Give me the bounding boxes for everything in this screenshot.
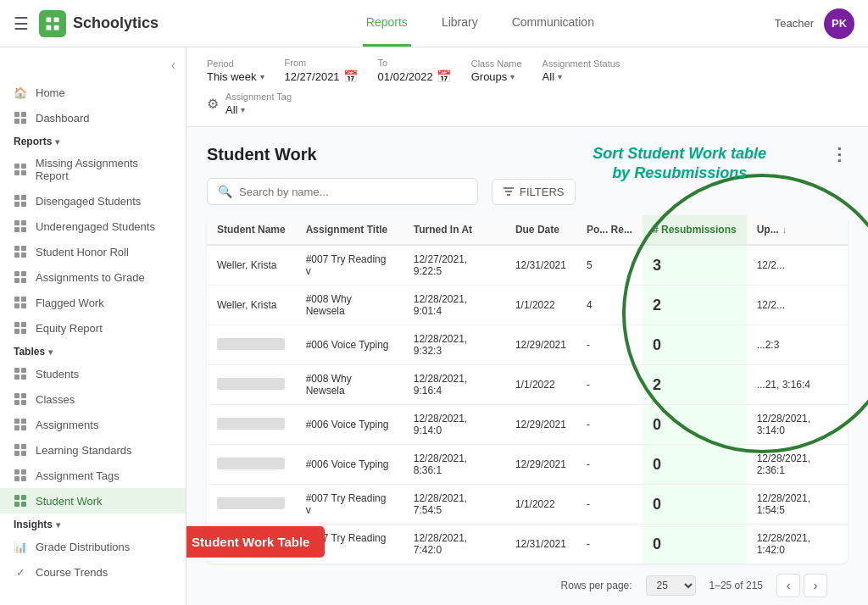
cell-turned-in: 12/28/2021, 7:54:5: [403, 485, 505, 525]
logo: Schoolytics: [39, 10, 159, 37]
sidebar: ‹ 🏠 Home Dashboard Reports ▾ Missing Ass…: [0, 47, 186, 605]
table-row: #007 Try Reading v 12/28/2021, 7:54:5 1/…: [207, 485, 848, 525]
filter-row-1: Period This week ▾ From 12/27/2021 📅 To: [207, 58, 848, 83]
filter-row-2: ⚙ Assignment Tag All ▾: [207, 92, 848, 116]
sidebar-item-student-work[interactable]: Student Work: [0, 488, 186, 513]
hamburger-menu[interactable]: ☰: [14, 14, 29, 34]
table-row: #006 Voice Typing 12/28/2021, 9:14:0 12/…: [207, 405, 848, 445]
grid-icon: [14, 219, 27, 233]
sidebar-item-missing-assignments[interactable]: Missing Assignments Report: [0, 151, 186, 188]
cell-title: #007 Try Reading v: [296, 485, 403, 525]
period-select[interactable]: This week ▾: [207, 70, 264, 83]
chevron-down-icon: ▾: [558, 72, 562, 81]
more-options-icon[interactable]: ⋮: [831, 144, 848, 164]
filter-period: Period This week ▾: [207, 58, 264, 83]
chevron-down-icon: ▾: [510, 72, 515, 81]
tag-select[interactable]: All ▾: [225, 103, 292, 116]
section-label: Reports: [14, 136, 52, 147]
rows-per-page-select[interactable]: 25 50 100: [646, 575, 696, 596]
cell-up: 12/2...: [747, 245, 848, 286]
cell-due: 12/29/2021: [505, 405, 576, 445]
grid-icon: [14, 296, 27, 309]
col-student-name[interactable]: Student Name: [207, 215, 296, 245]
cell-name: Weller, Krista: [207, 286, 296, 325]
sidebar-item-students[interactable]: Students: [0, 361, 186, 386]
status-select[interactable]: All ▾: [542, 70, 620, 83]
section-label: Insights: [14, 519, 53, 530]
col-up[interactable]: Up... ↓: [747, 215, 848, 245]
section-insights[interactable]: Insights ▾: [0, 513, 186, 534]
sidebar-item-assignment-tags[interactable]: Assignment Tags: [0, 463, 186, 488]
prev-page-button[interactable]: ‹: [776, 574, 800, 597]
filter-icon[interactable]: ⚙: [207, 96, 219, 112]
table-row: #006 Voice Typing 12/28/2021, 9:32:3 12/…: [207, 325, 848, 365]
collapse-icon[interactable]: ‹: [171, 58, 175, 73]
next-page-button[interactable]: ›: [804, 574, 827, 597]
table-row: #008 Why Newsela 12/28/2021, 9:16:4 1/1/…: [207, 365, 848, 405]
filters-btn-label: FILTERS: [520, 186, 565, 198]
cell-due: 1/1/2022: [505, 485, 576, 525]
from-label: From: [285, 58, 358, 68]
status-label: Assignment Status: [542, 58, 620, 69]
col-due-date[interactable]: Due Date: [505, 215, 576, 245]
grid-icon: [14, 367, 27, 380]
cell-due: 1/1/2022: [505, 286, 576, 325]
sidebar-item-honor-roll[interactable]: Student Honor Roll: [0, 239, 186, 264]
main-content: Period This week ▾ From 12/27/2021 📅 To: [186, 47, 868, 605]
col-po-re[interactable]: Po... Re...: [576, 215, 643, 245]
table-controls: 🔍 FILTERS: [207, 178, 848, 205]
logo-text: Schoolytics: [73, 14, 159, 32]
cell-name: [207, 485, 296, 525]
sidebar-item-label: Assignments to Grade: [36, 271, 145, 284]
calendar-icon: 📅: [343, 69, 358, 83]
cell-resubmissions: 2: [643, 286, 747, 325]
student-work-table: Student Name Assignment Title Turned In …: [207, 215, 848, 563]
filter-class: Class Name Groups ▾: [471, 58, 522, 83]
section-reports[interactable]: Reports ▾: [0, 130, 186, 151]
home-icon: 🏠: [14, 86, 27, 99]
filter-from: From 12/27/2021 📅: [285, 58, 358, 83]
sidebar-item-dashboard[interactable]: Dashboard: [0, 105, 186, 130]
period-value: This week: [207, 70, 257, 83]
sidebar-item-assignments[interactable]: Assignments: [0, 412, 186, 437]
chevron-down-icon: ▾: [56, 520, 60, 530]
filter-status: Assignment Status All ▾: [542, 58, 620, 83]
section-tables[interactable]: Tables ▾: [0, 341, 186, 361]
sidebar-item-course-trends[interactable]: ✓ Course Trends: [0, 559, 186, 585]
col-resubmissions[interactable]: # Resubmissions: [643, 215, 747, 245]
grid-icon: [14, 321, 27, 335]
sidebar-item-label: Equity Report: [36, 322, 103, 335]
page-range-label: 1–25 of 215: [709, 580, 763, 591]
nav-library[interactable]: Library: [438, 0, 481, 47]
col-assignment-title[interactable]: Assignment Title: [296, 215, 403, 245]
nav-reports[interactable]: Reports: [363, 0, 411, 47]
cell-turned-in: 12/28/2021, 9:16:4: [403, 365, 505, 405]
sidebar-item-classes[interactable]: Classes: [0, 386, 186, 412]
filters-button[interactable]: FILTERS: [492, 179, 576, 205]
sidebar-item-learning-standards[interactable]: Learning Standards: [0, 437, 186, 463]
sidebar-item-flagged-work[interactable]: Flagged Work: [0, 290, 186, 315]
filter-to: To 01/02/2022 📅: [378, 58, 451, 83]
nav-communication[interactable]: Communication: [509, 0, 598, 47]
section-title: Student Work ⋮: [207, 144, 848, 164]
sidebar-item-home[interactable]: 🏠 Home: [0, 80, 186, 105]
sidebar-item-disengaged[interactable]: Disengaged Students: [0, 188, 186, 214]
search-input[interactable]: [239, 186, 467, 198]
sidebar-item-equity[interactable]: Equity Report: [0, 315, 186, 341]
cell-up: 12/28/2021, 3:14:0: [747, 405, 848, 445]
cell-due: 12/31/2021: [505, 525, 576, 564]
sidebar-item-assignments-grade[interactable]: Assignments to Grade: [0, 264, 186, 290]
avatar[interactable]: PK: [824, 8, 854, 39]
class-select[interactable]: Groups ▾: [471, 70, 522, 83]
filters-bar: Period This week ▾ From 12/27/2021 📅 To: [186, 47, 868, 127]
col-turned-in[interactable]: Turned In At: [403, 215, 505, 245]
cell-turned-in: 12/28/2021, 9:14:0: [403, 405, 505, 445]
cell-resubmissions: 0: [643, 485, 747, 525]
sidebar-item-underengaged[interactable]: Underengaged Students: [0, 214, 186, 239]
cell-title: #007 Try Reading v: [296, 525, 403, 564]
sidebar-item-grade-distributions[interactable]: 📊 Grade Distributions: [0, 534, 186, 559]
cell-po-re: 5: [576, 245, 643, 286]
cell-po-re: -: [576, 365, 643, 405]
sidebar-collapse[interactable]: ‹: [0, 54, 186, 80]
cell-po-re: -: [576, 525, 643, 564]
